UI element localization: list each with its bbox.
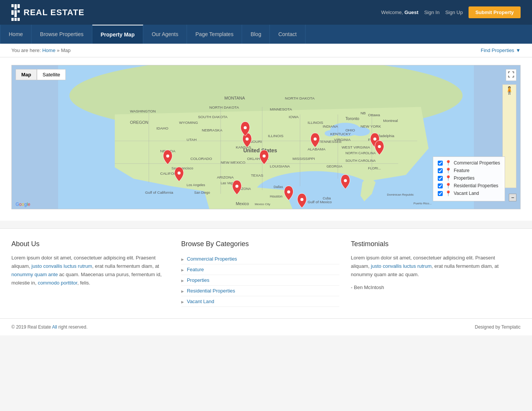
sign-up-link[interactable]: Sign Up [445, 9, 463, 15]
svg-text:IOWA: IOWA [289, 115, 299, 119]
svg-text:TEXAS: TEXAS [251, 173, 263, 177]
svg-point-74 [245, 138, 249, 141]
svg-text:KENTUCKY: KENTUCKY [330, 132, 351, 136]
legend-checkbox-vacant[interactable] [438, 191, 443, 196]
svg-point-83 [301, 198, 304, 201]
about-link-2[interactable]: nonummy quam ante [11, 272, 58, 277]
nav-item-our-agents[interactable]: Our Agents [143, 25, 187, 44]
zoom-minus-button[interactable]: − [509, 194, 516, 201]
svg-point-82 [287, 190, 290, 193]
legend-checkbox-feature[interactable] [438, 168, 443, 173]
all-link[interactable]: All [52, 324, 57, 330]
list-item: Residential Properties [181, 286, 340, 296]
bottom-footer: © 2019 Real Estate All right reserved. D… [0, 318, 532, 335]
svg-text:MINNESOTA: MINNESOTA [270, 107, 292, 111]
svg-text:SOUTH CAROLINA: SOUTH CAROLINA [345, 159, 375, 163]
svg-text:OHIO: OHIO [345, 128, 355, 132]
category-vacant[interactable]: Vacant Land [187, 299, 214, 304]
svg-text:Gulf of California: Gulf of California [145, 190, 173, 194]
header-right: Welcome, Guest Sign In Sign Up Submit Pr… [381, 6, 521, 18]
nav-item-blog[interactable]: Blog [242, 25, 270, 44]
list-item: Commercial Properties [181, 254, 340, 264]
breadcrumb: You are here: Home » Map [11, 47, 71, 53]
username: Guest [404, 9, 418, 15]
legend-item-commercial: 📍 Commercial Properties [438, 160, 500, 166]
list-item: Vacant Land [181, 296, 340, 307]
nav-item-contact[interactable]: Contact [270, 25, 305, 44]
category-commercial[interactable]: Commercial Properties [187, 256, 237, 262]
legend-item-feature: 📍 Feature [438, 168, 500, 174]
fullscreen-button[interactable] [506, 69, 516, 81]
nav-item-property-map[interactable]: Property Map [92, 25, 143, 44]
svg-text:IDAHO: IDAHO [157, 126, 169, 130]
category-list: Commercial Properties Feature Properties… [181, 254, 340, 307]
map-type-controls: Map Satellite [16, 69, 66, 80]
svg-point-72 [166, 155, 169, 158]
legend-checkbox-commercial[interactable] [438, 161, 443, 166]
legend-item-properties: 📍 Properties [438, 175, 500, 181]
building-icon [11, 4, 20, 21]
about-link-1[interactable]: justo convallis luctus rutrum [32, 263, 92, 269]
svg-text:Puerto Rico...: Puerto Rico... [413, 202, 432, 205]
map-zoom-controls: − [509, 194, 516, 201]
categories-section: Browse By Categories Commercial Properti… [181, 240, 351, 307]
satellite-button[interactable]: Satellite [37, 69, 66, 80]
testimonials-section: Testimonials Lorem ipsum dolor sit amet,… [351, 240, 521, 307]
designed-by-text: Designed by Templatic [475, 324, 521, 330]
map-button[interactable]: Map [16, 69, 37, 80]
google-logo: Google [16, 202, 30, 207]
submit-property-button[interactable]: Submit Property [469, 6, 521, 18]
svg-text:OREGON: OREGON [130, 120, 149, 125]
svg-text:NORTH DAKOTA: NORTH DAKOTA [285, 96, 315, 100]
svg-point-76 [244, 126, 247, 129]
breadcrumb-home[interactable]: Home [42, 47, 55, 53]
nav-item-page-templates[interactable]: Page Templates [187, 25, 242, 44]
svg-text:WASHINGTON: WASHINGTON [130, 109, 156, 113]
copyright-text: © 2019 Real Estate All right reserved. [11, 324, 87, 330]
about-us-title: About Us [11, 240, 170, 248]
svg-text:COLORADO: COLORADO [190, 156, 212, 161]
svg-text:INDIANA: INDIANA [323, 124, 338, 128]
chevron-down-icon: ▼ [516, 47, 521, 53]
svg-text:Cuba: Cuba [323, 196, 331, 200]
svg-text:ILLINOIS: ILLINOIS [307, 120, 323, 125]
svg-text:WYOMING: WYOMING [179, 120, 198, 125]
svg-text:NORTH CAROLINA: NORTH CAROLINA [345, 151, 376, 155]
svg-text:MONTANA: MONTANA [225, 96, 245, 100]
about-us-body: Lorem ipsum dolor sit amet, consectetuer… [11, 254, 170, 287]
legend-checkbox-properties[interactable] [438, 176, 443, 181]
category-residential[interactable]: Residential Properties [187, 288, 235, 294]
svg-text:WEST VIRGINIA: WEST VIRGINIA [342, 145, 370, 149]
list-item: Feature [181, 264, 340, 275]
svg-text:NEBRASKA: NEBRASKA [202, 128, 222, 132]
legend-item-residential: 📍 Residential Properties [438, 183, 500, 189]
nav-item-home[interactable]: Home [0, 25, 32, 44]
navigation: Home Browse Properties Property Map Our … [0, 25, 532, 44]
find-properties-dropdown[interactable]: Find Properties ▼ [481, 47, 521, 53]
svg-point-80 [378, 145, 381, 148]
sign-in-link[interactable]: Sign In [424, 9, 439, 15]
site-title: REAL ESTATE [24, 8, 84, 17]
map-legend: 📍 Commercial Properties 📍 Feature 📍 Prop… [433, 156, 505, 201]
svg-point-77 [314, 138, 317, 141]
header: REAL ESTATE Welcome, Guest Sign In Sign … [0, 0, 532, 25]
svg-text:NB: NB [361, 111, 366, 115]
category-properties[interactable]: Properties [187, 277, 209, 283]
svg-text:KANSAS: KANSAS [236, 145, 251, 149]
svg-text:Gulf of Mexico: Gulf of Mexico [307, 200, 332, 204]
nav-item-browse-properties[interactable]: Browse Properties [32, 25, 92, 44]
svg-text:LOUISIANA: LOUISIANA [270, 164, 290, 168]
category-feature[interactable]: Feature [187, 267, 204, 272]
svg-text:Dominican Republic: Dominican Republic [387, 193, 414, 196]
testimonials-link[interactable]: justo convallis luctus rutrum [371, 263, 432, 269]
svg-text:NEW MEXICO: NEW MEXICO [221, 160, 245, 164]
svg-text:FLORI...: FLORI... [368, 166, 381, 170]
breadcrumb-current: Map [61, 47, 70, 53]
svg-point-78 [235, 185, 238, 188]
svg-text:Ottawa: Ottawa [368, 113, 380, 117]
about-link-3[interactable]: commodo porttitor [38, 280, 77, 286]
svg-text:NEW YORK: NEW YORK [361, 124, 381, 128]
legend-checkbox-residential[interactable] [438, 183, 443, 188]
svg-point-73 [177, 172, 180, 175]
list-item: Properties [181, 275, 340, 286]
